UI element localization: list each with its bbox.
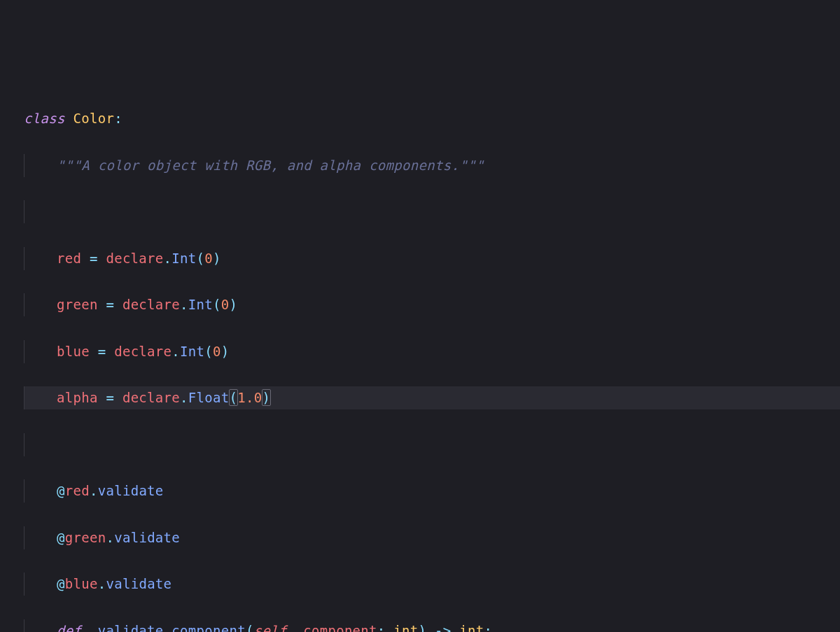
code-line: blue = declare.Int(0)	[24, 340, 840, 363]
indent-guide	[24, 293, 24, 316]
indent-guide	[24, 200, 24, 223]
code-line: @red.validate	[24, 479, 840, 503]
code-line	[24, 433, 840, 456]
code-line	[24, 200, 840, 223]
indent-guide	[24, 433, 24, 456]
indent-guide	[24, 526, 24, 549]
bracket-match: )	[262, 389, 272, 406]
code-line: """A color object with RGB, and alpha co…	[24, 154, 840, 177]
indent-guide	[24, 340, 24, 363]
code-line: @green.validate	[24, 526, 840, 549]
keyword-class: class	[24, 111, 65, 126]
class-name: Color	[73, 111, 114, 126]
code-line: class Color:	[24, 107, 840, 130]
indent-guide	[24, 154, 24, 177]
indent-guide	[24, 573, 24, 596]
code-line: red = declare.Int(0)	[24, 247, 840, 270]
docstring: """A color object with RGB, and alpha co…	[57, 157, 484, 173]
indent-guide	[24, 247, 24, 270]
code-line: @blue.validate	[24, 573, 840, 596]
code-editor[interactable]: class Color: """A color object with RGB,…	[24, 107, 840, 632]
indent-guide	[24, 386, 24, 409]
code-line: green = declare.Int(0)	[24, 293, 840, 316]
code-line-active: alpha = declare.Float(1.0)	[24, 386, 840, 409]
code-line: def _validate_component(self, component:…	[24, 619, 840, 633]
indent-guide	[24, 619, 24, 633]
indent-guide	[24, 479, 24, 503]
function-name: _validate_component	[90, 623, 246, 633]
